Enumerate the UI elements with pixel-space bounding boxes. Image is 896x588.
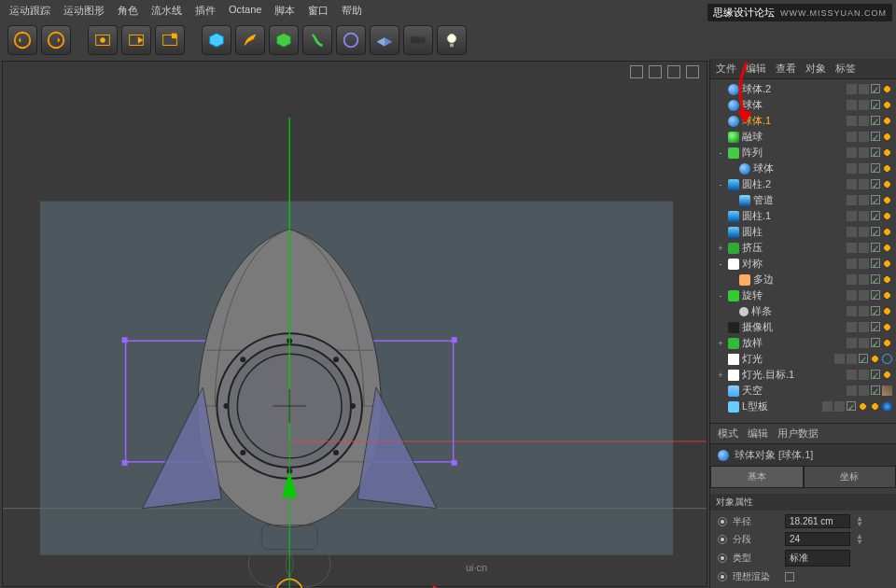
om-tab-edit[interactable]: 编辑 (746, 62, 766, 76)
expand-icon[interactable] (716, 212, 725, 221)
object-label[interactable]: 球体.1 (742, 114, 844, 128)
attr-tab-mode[interactable]: 模式 (718, 427, 738, 441)
tree-row[interactable]: +挤压✓ (710, 240, 896, 256)
primitive-cube-button[interactable] (202, 25, 231, 55)
light-button[interactable] (437, 25, 467, 55)
om-tab-view[interactable]: 查看 (776, 62, 796, 76)
om-tab-tags[interactable]: 标签 (835, 62, 856, 76)
tree-row[interactable]: 多边✓ (710, 272, 896, 287)
floor-button[interactable] (370, 25, 399, 55)
object-tags[interactable]: ✓ (847, 322, 892, 332)
segments-spinner[interactable]: ▲▼ (856, 534, 863, 545)
menu-mograph[interactable]: 运动图形 (63, 4, 105, 18)
object-label[interactable]: 放样 (742, 336, 844, 350)
tree-row[interactable]: 球体✓ (710, 97, 896, 113)
render-pv-button[interactable] (121, 25, 151, 55)
tree-row[interactable]: 摄像机✓ (710, 319, 896, 335)
expand-icon[interactable]: + (716, 339, 725, 348)
tree-row[interactable]: 球体.2✓ (710, 81, 896, 97)
segments-radio[interactable] (718, 535, 727, 544)
expand-icon[interactable] (716, 101, 725, 110)
type-select[interactable]: 标准 (785, 550, 850, 567)
object-label[interactable]: 球体.2 (742, 82, 844, 96)
object-label[interactable]: 摄像机 (742, 320, 844, 334)
object-label[interactable]: 多边 (753, 273, 844, 287)
object-label[interactable]: 挤压 (742, 241, 844, 255)
tree-row[interactable]: 融球✓ (710, 129, 896, 145)
object-tags[interactable]: ✓ (847, 227, 892, 237)
expand-icon[interactable] (727, 196, 736, 205)
object-tags[interactable]: ✓ (847, 385, 892, 396)
object-tags[interactable]: ✓ (847, 259, 892, 269)
expand-icon[interactable] (727, 164, 736, 174)
expand-icon[interactable]: - (716, 259, 725, 269)
redo-button[interactable] (41, 25, 71, 55)
object-label[interactable]: 对称 (742, 257, 844, 271)
menu-script[interactable]: 脚本 (274, 4, 295, 18)
tree-row[interactable]: -旋转✓ (710, 287, 896, 303)
tree-row[interactable]: -圆柱.2✓ (710, 176, 896, 192)
tree-row[interactable]: 样条✓ (710, 303, 896, 319)
object-tags[interactable]: ✓ (834, 354, 892, 364)
object-tags[interactable]: ✓ (847, 274, 892, 285)
expand-icon[interactable] (716, 228, 725, 237)
tree-row[interactable]: -对称✓ (710, 256, 896, 272)
object-tags[interactable]: ✓ (847, 179, 892, 189)
viewport-3d[interactable] (3, 62, 707, 588)
object-tags[interactable]: ✓ (847, 370, 892, 380)
expand-icon[interactable] (727, 275, 736, 285)
om-tab-file[interactable]: 文件 (716, 62, 736, 76)
object-label[interactable]: 样条 (751, 304, 844, 318)
attr-tab-userdata[interactable]: 用户数据 (777, 427, 819, 441)
tree-row[interactable]: 灯光✓ (710, 351, 896, 367)
object-label[interactable]: 融球 (742, 130, 844, 144)
object-label[interactable]: 球体 (753, 161, 844, 175)
expand-icon[interactable] (716, 133, 725, 142)
object-tags[interactable]: ✓ (847, 195, 892, 205)
object-tags[interactable]: ✓ (847, 338, 892, 348)
environment-button[interactable] (336, 25, 366, 55)
tree-row[interactable]: 圆柱.1✓ (710, 208, 896, 224)
tree-row[interactable]: -阵列✓ (710, 145, 896, 161)
render-settings-button[interactable] (155, 25, 185, 55)
tree-row[interactable]: 天空✓ (710, 383, 896, 399)
object-label[interactable]: 圆柱 (742, 225, 844, 239)
tree-row[interactable]: +灯光.目标.1✓ (710, 367, 896, 383)
expand-icon[interactable] (716, 85, 725, 94)
expand-icon[interactable]: - (716, 148, 725, 158)
subtab-basic[interactable]: 基本 (710, 466, 804, 488)
object-tags[interactable]: ✓ (847, 163, 892, 174)
type-radio[interactable] (718, 553, 727, 563)
segments-input[interactable]: 24 (785, 532, 850, 546)
menu-window[interactable]: 窗口 (308, 4, 329, 18)
object-label[interactable]: 阵列 (742, 146, 844, 160)
deformer-button[interactable] (302, 25, 332, 55)
tree-row[interactable]: 管道✓ (710, 192, 896, 208)
undo-button[interactable] (7, 25, 37, 55)
object-label[interactable]: 管道 (753, 193, 844, 207)
menu-help[interactable]: 帮助 (342, 4, 362, 18)
tree-row[interactable]: 圆柱✓ (710, 224, 896, 240)
object-label[interactable]: 圆柱.2 (742, 177, 844, 191)
spline-pen-button[interactable] (235, 25, 265, 55)
generator-button[interactable] (269, 25, 299, 55)
object-tags[interactable]: ✓ (847, 132, 892, 142)
object-tags[interactable]: ✓ (847, 147, 892, 158)
object-tags[interactable]: ✓ (847, 290, 892, 301)
object-tags[interactable]: ✓ (847, 211, 892, 221)
expand-icon[interactable] (716, 402, 725, 412)
object-label[interactable]: 圆柱.1 (742, 209, 844, 223)
menu-pipeline[interactable]: 流水线 (151, 4, 182, 18)
expand-icon[interactable] (716, 323, 725, 332)
object-tags[interactable]: ✓ (847, 84, 892, 94)
expand-icon[interactable]: + (716, 244, 725, 253)
object-label[interactable]: 灯光.目标.1 (742, 368, 844, 382)
tree-row[interactable]: L型板✓ (710, 399, 896, 414)
expand-icon[interactable] (727, 307, 736, 316)
object-label[interactable]: 天空 (742, 384, 844, 398)
object-label[interactable]: L型板 (742, 399, 819, 413)
object-tags[interactable]: ✓ (847, 116, 892, 126)
object-label[interactable]: 灯光 (742, 352, 832, 366)
render-view-button[interactable] (88, 25, 118, 55)
expand-icon[interactable] (716, 386, 725, 396)
